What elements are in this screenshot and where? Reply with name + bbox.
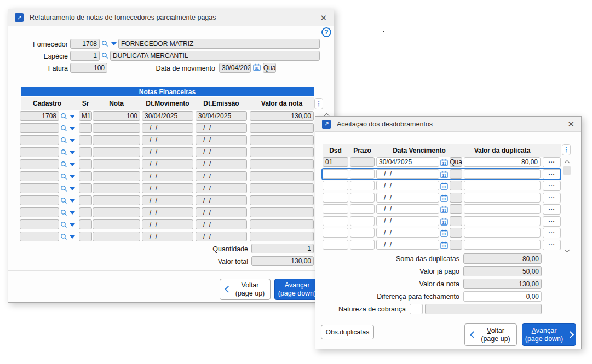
nota-cell[interactable] [93, 195, 140, 205]
sr-cell[interactable] [79, 135, 92, 145]
sr-cell[interactable] [79, 219, 92, 229]
cadastro-cell[interactable] [20, 232, 59, 241]
voltar-button[interactable]: Voltar(page up) [464, 323, 517, 346]
dt-movimento-cell[interactable]: 30/04/2025 [142, 111, 193, 121]
chevron-down-icon[interactable] [70, 199, 75, 203]
data-vencimento-cell[interactable]: / / [376, 193, 439, 203]
nota-cell[interactable] [93, 207, 140, 217]
especie-code-field[interactable]: 1 [70, 51, 100, 61]
valor-duplicata-cell[interactable] [464, 169, 541, 179]
chevron-down-icon[interactable] [70, 115, 75, 118]
valor-duplicata-cell[interactable] [464, 216, 541, 226]
search-icon[interactable] [60, 173, 67, 180]
dt-movimento-cell[interactable]: / / [142, 195, 193, 205]
dt-movimento-cell[interactable]: / / [142, 123, 193, 133]
cadastro-cell[interactable] [20, 219, 59, 229]
dt-emissao-cell[interactable]: / / [196, 195, 247, 205]
help-icon[interactable]: ? [321, 27, 331, 37]
close-icon[interactable]: ✕ [567, 120, 574, 128]
dsd-cell[interactable] [323, 193, 348, 203]
valor-duplicata-cell[interactable]: 80,00 [464, 157, 541, 167]
data-movimento-field[interactable]: 30/04/2025 [219, 63, 251, 73]
search-icon[interactable] [60, 149, 67, 156]
valor-duplicata-cell[interactable] [464, 228, 541, 238]
search-icon[interactable] [60, 137, 67, 144]
dt-movimento-cell[interactable]: / / [142, 159, 193, 169]
valor-cell[interactable] [250, 207, 314, 217]
obs-duplicatas-button[interactable]: Obs.duplicatas [321, 325, 374, 339]
calendar-icon[interactable]: 31 [440, 218, 448, 226]
fornecedor-code-field[interactable]: 1708 [70, 39, 100, 49]
calendar-icon[interactable]: 31 [440, 182, 448, 190]
search-icon[interactable] [60, 161, 67, 168]
dsd-cell[interactable] [323, 204, 348, 214]
prazo-cell[interactable] [350, 157, 375, 167]
dt-emissao-cell[interactable]: / / [196, 159, 247, 169]
dt-movimento-cell[interactable]: / / [142, 219, 193, 229]
nota-cell[interactable] [93, 171, 140, 181]
prazo-cell[interactable] [350, 228, 375, 238]
ellipsis-button[interactable]: ... [543, 216, 561, 227]
chevron-down-icon[interactable] [70, 211, 75, 215]
dt-emissao-cell[interactable]: / / [196, 147, 247, 157]
valor-duplicata-cell[interactable] [464, 193, 541, 203]
cadastro-cell[interactable] [20, 147, 59, 157]
dsd-cell[interactable] [323, 181, 348, 190]
dt-emissao-cell[interactable]: / / [196, 171, 247, 181]
valor-duplicata-cell[interactable] [464, 181, 541, 190]
chevron-down-icon[interactable] [70, 187, 75, 190]
chevron-down-icon[interactable] [70, 151, 75, 154]
dsd-cell[interactable] [323, 228, 348, 238]
close-icon[interactable]: ✕ [320, 14, 327, 22]
dt-movimento-cell[interactable]: / / [142, 232, 193, 241]
sr-cell[interactable] [79, 207, 92, 217]
sr-cell[interactable] [79, 195, 92, 205]
dsd-cell[interactable] [323, 169, 348, 179]
dt-movimento-cell[interactable]: / / [142, 183, 193, 193]
nota-cell[interactable] [93, 159, 140, 169]
data-vencimento-cell[interactable]: / / [376, 204, 439, 214]
nota-cell[interactable] [93, 183, 140, 193]
calendar-icon[interactable]: 31 [253, 63, 261, 71]
calendar-icon[interactable]: 31 [440, 229, 448, 237]
chevron-down-icon[interactable] [70, 223, 75, 227]
ellipsis-button[interactable]: ... [543, 240, 561, 250]
dsd-cell[interactable]: 01 [323, 157, 348, 167]
nota-cell[interactable] [93, 219, 140, 229]
fornecedor-name-field[interactable]: FORNECEDOR MATRIZ [118, 39, 320, 49]
cadastro-cell[interactable] [20, 183, 59, 193]
dt-movimento-cell[interactable]: / / [142, 207, 193, 217]
valor-cell[interactable] [250, 232, 314, 241]
dt-emissao-cell[interactable]: 30/04/2025 [196, 111, 247, 121]
search-icon[interactable] [101, 52, 108, 59]
calendar-icon[interactable]: 31 [440, 159, 448, 166]
prazo-cell[interactable] [350, 193, 375, 203]
dt-emissao-cell[interactable]: / / [196, 232, 247, 241]
nota-cell[interactable] [93, 147, 140, 157]
avancar-button[interactable]: Avançar(page down) [522, 323, 576, 346]
valor-cell[interactable] [250, 159, 314, 169]
dt-emissao-cell[interactable]: / / [196, 123, 247, 133]
sr-cell[interactable] [79, 183, 92, 193]
valor-cell[interactable] [250, 147, 314, 157]
data-vencimento-cell[interactable]: / / [376, 216, 439, 226]
ellipsis-button[interactable]: ... [543, 193, 561, 203]
nota-cell[interactable] [93, 123, 140, 133]
valor-cell[interactable] [250, 171, 314, 181]
nota-cell[interactable] [93, 135, 140, 145]
table-menu-button[interactable]: ⋮ [314, 98, 323, 109]
prazo-cell[interactable] [350, 216, 375, 226]
sr-cell[interactable] [79, 159, 92, 169]
chevron-down-icon[interactable] [70, 139, 75, 142]
search-icon[interactable] [60, 185, 67, 192]
cadastro-cell[interactable] [20, 171, 59, 181]
sr-cell[interactable] [79, 123, 92, 133]
valor-cell[interactable] [250, 195, 314, 205]
chevron-down-icon[interactable] [70, 163, 75, 166]
valor-cell[interactable] [250, 123, 314, 133]
ellipsis-button[interactable]: ... [543, 181, 561, 191]
dt-movimento-cell[interactable]: / / [142, 147, 193, 157]
valor-cell[interactable] [250, 183, 314, 193]
valor-duplicata-cell[interactable] [464, 240, 541, 250]
dt-movimento-cell[interactable]: / / [142, 135, 193, 145]
